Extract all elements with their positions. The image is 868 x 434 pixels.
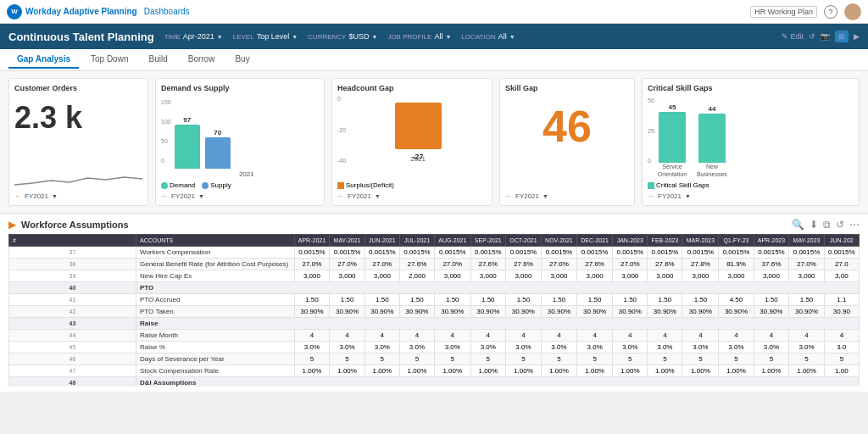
refresh-icon[interactable]: ↺ — [809, 32, 815, 41]
grid-view-icon[interactable]: ⊞ — [835, 31, 849, 42]
headcount-gap-legend: Surplus/(Deficit) — [337, 181, 487, 189]
nav-brand: Workday Adaptive Planning — [25, 7, 137, 16]
critical-skill-legend: Critical Skill Gaps — [648, 181, 854, 189]
customer-orders-card: Customer Orders 2.3 k ← FY2021 ▼ — [8, 78, 148, 206]
level-control[interactable]: LEVEL Top Level ▼ — [233, 32, 298, 41]
section-actions: 🔍 ⬇ ⧉ ↺ ⋯ — [792, 219, 860, 231]
demand-supply-footer[interactable]: ← FY2021 ▼ — [161, 192, 319, 200]
table-row[interactable]: 39New Hire Cap Ex3,0003,0003,0002,0003,0… — [9, 270, 860, 282]
table-row[interactable]: 38General Benefit Rate (for Attrition Co… — [9, 259, 860, 270]
skill-gap-card: Skill Gap 46 ← FY2021 ▼ — [499, 78, 635, 206]
top-nav: W Workday Adaptive Planning Dashboards H… — [0, 0, 868, 24]
table-row[interactable]: 48D&I Assumptions — [9, 377, 860, 387]
blue-header: Continuous Talent Planning TIME Apr-2021… — [0, 24, 868, 49]
tab-build[interactable]: Build — [140, 51, 175, 69]
folder-icon[interactable]: ▶ — [854, 32, 860, 41]
skill-gap-title: Skill Gap — [505, 84, 629, 92]
table-row[interactable]: 40PTO — [9, 282, 860, 294]
table-row[interactable]: 44Raise Month4444444444444444 — [9, 330, 860, 342]
headcount-gap-title: Headcount Gap — [337, 84, 487, 92]
customer-orders-value: 2.3 k — [14, 103, 142, 133]
avatar — [844, 3, 861, 20]
charts-area: Customer Orders 2.3 k ← FY2021 ▼ Demand … — [0, 71, 868, 214]
workforce-table: # ACCOUNTS APR-2021 MAY-2021 JUN-2021 JU… — [8, 234, 860, 387]
headcount-gap-footer[interactable]: ← FY2021 ▼ — [337, 192, 487, 200]
table-row[interactable]: 47Stock Compensation Rate1.00%1.00%1.00%… — [9, 365, 860, 377]
copy-icon[interactable]: ⧉ — [823, 219, 831, 231]
nav-right: HR Working Plan ? — [750, 3, 861, 20]
demand-supply-year: 2021 — [175, 170, 319, 178]
table-row[interactable]: 37Workers Compensation0.0015%0.0015%0.00… — [9, 247, 860, 259]
customer-orders-title: Customer Orders — [14, 84, 142, 92]
workday-logo: W Workday Adaptive Planning — [7, 4, 137, 19]
header-actions: ✎ Edit ↺ 📷 ⊞ ▶ — [782, 31, 860, 42]
workforce-assumptions-section: ▶ Workforce Assumptions 🔍 ⬇ ⧉ ↺ ⋯ # ACCO… — [0, 214, 868, 392]
table-row[interactable]: 46Days of Severance per Year555555555555… — [9, 353, 860, 365]
dashboards-link[interactable]: Dashboards — [144, 7, 190, 16]
edit-button[interactable]: ✎ Edit — [782, 32, 804, 41]
job-profile-control[interactable]: JOB PROFILE All ▼ — [387, 32, 451, 41]
page-title: Continuous Talent Planning — [8, 31, 154, 43]
camera-icon[interactable]: 📷 — [821, 32, 830, 41]
table-row[interactable]: 43Raise — [9, 318, 860, 330]
headcount-gap-card: Headcount Gap 0-20-40 -27 2021 Surplus/(… — [331, 78, 492, 206]
demand-supply-title: Demand vs Supply — [161, 84, 319, 92]
critical-skill-gaps-card: Critical Skill Gaps 50250 45 ServiceOrie… — [642, 78, 860, 206]
table-row[interactable]: 41PTO Accrued1.501.501.501.501.501.501.5… — [9, 294, 860, 306]
table-wrapper: # ACCOUNTS APR-2021 MAY-2021 JUN-2021 JU… — [8, 234, 860, 387]
tab-gap-analysis[interactable]: Gap Analysis — [8, 51, 79, 69]
refresh-table-icon[interactable]: ↺ — [836, 219, 844, 231]
table-row[interactable]: 42PTO Taken30.90%30.90%30.90%30.90%30.90… — [9, 306, 860, 318]
table-header-row: # ACCOUNTS APR-2021 MAY-2021 JUN-2021 JU… — [9, 235, 860, 247]
tab-top-down[interactable]: Top Down — [82, 51, 136, 69]
skill-gap-footer[interactable]: ← FY2021 ▼ — [505, 192, 629, 200]
currency-control[interactable]: CURRENCY $USD ▼ — [308, 32, 377, 41]
skill-gap-value: 46 — [505, 104, 629, 148]
section-expand-icon[interactable]: ▶ — [8, 219, 16, 231]
download-icon[interactable]: ⬇ — [810, 219, 818, 231]
tab-borrow[interactable]: Borrow — [180, 51, 224, 69]
customer-orders-footer[interactable]: ← FY2021 ▼ — [14, 192, 142, 200]
critical-skill-footer[interactable]: ← FY2021 ▼ — [648, 192, 854, 200]
time-control[interactable]: TIME Apr-2021 ▼ — [164, 32, 223, 41]
help-icon[interactable]: ? — [824, 5, 837, 19]
location-control[interactable]: LOCATION All ▼ — [461, 32, 515, 41]
search-icon[interactable]: 🔍 — [792, 219, 804, 231]
workday-logo-icon: W — [7, 4, 22, 19]
table-row[interactable]: 45Raise %3.0%3.0%3.0%3.0%3.0%3.0%3.0%3.0… — [9, 342, 860, 353]
section-title: Workforce Assumptions — [21, 220, 129, 230]
critical-skill-gaps-title: Critical Skill Gaps — [648, 84, 854, 92]
tab-buy[interactable]: Buy — [226, 51, 258, 69]
section-header: ▶ Workforce Assumptions 🔍 ⬇ ⧉ ↺ ⋯ — [8, 219, 860, 231]
customer-orders-sparkline — [14, 168, 142, 189]
demand-supply-card: Demand vs Supply 150100500 97 70 2021 — [155, 78, 325, 206]
hr-working-plan[interactable]: HR Working Plan — [750, 6, 817, 18]
more-icon[interactable]: ⋯ — [849, 219, 860, 231]
tabs-bar: Gap Analysis Top Down Build Borrow Buy — [0, 49, 868, 71]
demand-supply-legend: Demand Supply — [161, 181, 319, 189]
